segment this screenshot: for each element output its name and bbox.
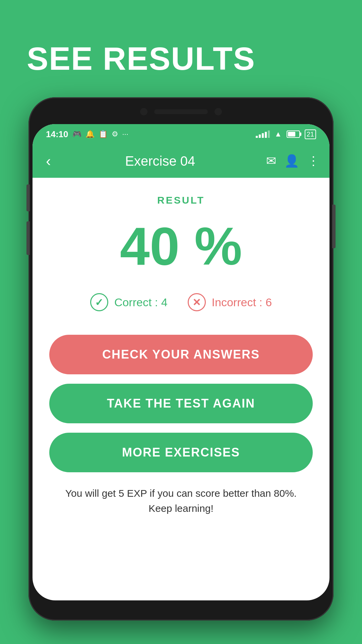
correct-icon: ✓ xyxy=(90,293,108,311)
signal-bar-4 xyxy=(265,132,267,138)
stats-row: ✓ Correct : 4 ✕ Incorrect : 6 xyxy=(49,293,313,311)
incorrect-stat: ✕ Incorrect : 6 xyxy=(188,293,272,311)
mail-icon[interactable]: ✉ xyxy=(266,154,276,168)
signal-bar-1 xyxy=(256,136,258,138)
status-right: ▲ 21 xyxy=(256,129,316,139)
signal-bar-2 xyxy=(259,135,261,138)
signal-icon xyxy=(256,130,270,138)
correct-stat: ✓ Correct : 4 xyxy=(90,293,168,311)
front-camera xyxy=(215,108,222,115)
sim-icon: 📋 xyxy=(99,130,108,139)
camera-dot xyxy=(140,108,147,115)
volume-up-button xyxy=(26,184,30,211)
wifi-icon: ▲ xyxy=(275,130,282,139)
battery-fill xyxy=(288,132,295,137)
dots-icon: ··· xyxy=(122,130,128,139)
status-bar: 14:10 🎮 🔔 📋 ⚙ ··· ▲ xyxy=(33,124,329,144)
correct-label: Correct : 4 xyxy=(114,296,168,309)
score-percent: 40 % xyxy=(49,219,313,273)
signal-bar-5 xyxy=(268,130,270,138)
incorrect-label: Incorrect : 6 xyxy=(212,296,272,309)
more-exercises-button[interactable]: MORE EXERCISES xyxy=(49,433,313,472)
phone-notch xyxy=(124,103,238,120)
speaker-bar xyxy=(154,109,208,114)
score-display: 40 % xyxy=(49,219,313,273)
app-title: Exercise 04 xyxy=(61,154,259,169)
phone-screen: 14:10 🎮 🔔 📋 ⚙ ··· ▲ xyxy=(33,124,329,600)
status-left: 14:10 🎮 🔔 📋 ⚙ ··· xyxy=(46,129,128,140)
check-answers-button[interactable]: CHECK YOUR ANSWERS xyxy=(49,335,313,374)
page-headline: SEE RESULTS xyxy=(27,40,255,77)
battery-level: 21 xyxy=(305,129,316,139)
volume-down-button xyxy=(26,221,30,255)
phone-frame: 14:10 🎮 🔔 📋 ⚙ ··· ▲ xyxy=(28,97,334,621)
power-button xyxy=(332,205,336,248)
incorrect-icon: ✕ xyxy=(188,293,206,311)
profile-icon[interactable]: 👤 xyxy=(284,154,299,168)
content-area: RESULT 40 % ✓ Correct : 4 ✕ Incorrect : … xyxy=(33,178,329,529)
battery-icon xyxy=(287,130,300,138)
back-button[interactable]: ‹ xyxy=(43,150,54,172)
app-bar-actions: ✉ 👤 ⋮ xyxy=(266,154,319,168)
bell-icon: 🔔 xyxy=(85,130,95,139)
exp-message: You will get 5 EXP if you can score bett… xyxy=(49,486,313,516)
app-bar: ‹ Exercise 04 ✉ 👤 ⋮ xyxy=(33,144,329,178)
more-options-icon[interactable]: ⋮ xyxy=(307,154,319,168)
settings-icon: ⚙ xyxy=(112,130,118,139)
retake-test-button[interactable]: TAKE THE TEST AGAIN xyxy=(49,384,313,423)
gamepad-icon: 🎮 xyxy=(72,130,81,139)
signal-bar-3 xyxy=(262,133,264,138)
result-label: RESULT xyxy=(49,195,313,206)
status-time: 14:10 xyxy=(46,129,68,140)
